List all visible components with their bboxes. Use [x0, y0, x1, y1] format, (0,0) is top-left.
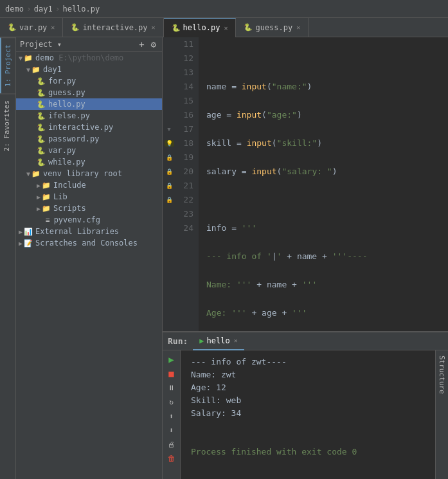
console-line-1: --- info of zwt----: [191, 356, 425, 368]
code-editor: ▼ 💡 🔒 🔒 🔒: [163, 37, 448, 331]
add-button[interactable]: +: [137, 39, 146, 50]
file-icon-pyvenv: ≡: [46, 216, 50, 224]
arrow-demo: ▼: [19, 55, 22, 62]
file-icon-ifelse: 🐍: [37, 112, 46, 120]
console-scroll-end-button[interactable]: ⬇: [166, 425, 177, 435]
tree-label-scratches: Scratches and Consoles: [35, 239, 138, 248]
console-pause-button[interactable]: ⏸: [166, 383, 177, 393]
tab-interactive-close[interactable]: ✕: [152, 24, 156, 31]
tab-guess[interactable]: 🐍 guess.py ✕: [236, 18, 309, 37]
tree-item-guess[interactable]: 🐍 guess.py: [16, 87, 162, 98]
tab-hello-label: hello.py: [183, 23, 220, 32]
console-line-blank2: [191, 433, 425, 446]
tree-item-scratches[interactable]: ▶ 📝 Scratches and Consoles: [16, 237, 162, 249]
lock-icon-20: 🔒: [166, 168, 173, 175]
code-lines[interactable]: name = input("name:") age = input("age:"…: [199, 37, 448, 331]
top-bar-demo[interactable]: demo: [5, 5, 24, 14]
tree-label-lib: Lib: [53, 192, 67, 201]
tab-guess-close[interactable]: ✕: [296, 24, 300, 31]
tree-label-ext-libs: External Libraries: [35, 227, 119, 236]
run-label: Run:: [168, 336, 188, 346]
top-bar-file[interactable]: hello.py: [62, 5, 100, 14]
lock-icon-22: 🔒: [166, 197, 173, 203]
code-view[interactable]: ▼ 💡 🔒 🔒 🔒: [163, 37, 448, 331]
console-process-line: Process finished with exit code 0: [191, 446, 425, 458]
folder-icon-venv: 📁: [31, 170, 40, 178]
tab-guess-label: guess.py: [255, 23, 292, 32]
console-line-3: Age: 12: [191, 381, 425, 394]
console-run-icon: ▶: [199, 336, 204, 345]
tree-item-venv[interactable]: ▼ 📁 venv library root: [16, 168, 162, 179]
tab-hello[interactable]: 🐍 hello.py ✕: [164, 18, 237, 37]
console-tab-close[interactable]: ✕: [234, 337, 238, 344]
file-icon-var: 🐍: [37, 147, 46, 155]
console-tab-bar: Run: ▶ hello ✕: [163, 332, 448, 350]
lock-icon-19: 🔒: [166, 154, 173, 161]
console-line-4: Skill: web: [191, 394, 425, 407]
file-icon-while: 🐍: [37, 158, 46, 167]
panel-tab-favorites[interactable]: 2: Favorites: [0, 93, 15, 158]
folder-icon-scripts: 📁: [42, 204, 51, 213]
console-line-2: Name: zwt: [191, 368, 425, 381]
console-main: ▶ ■ ⏸ ↻ ⬆ ⬇ 🖨 🗑 --- info of zwt---- Name…: [163, 350, 448, 479]
tree-item-demo[interactable]: ▼ 📁 demo E:\python\demo: [16, 52, 162, 64]
tree-item-password[interactable]: 🐍 password.py: [16, 133, 162, 145]
tab-interactive-label: interactive.py: [82, 23, 147, 32]
tab-hello-icon: 🐍: [172, 24, 181, 32]
tree-item-ext-libs[interactable]: ▶ 📊 External Libraries: [16, 226, 162, 237]
folder-icon-demo: 📁: [24, 54, 33, 62]
tab-hello-close[interactable]: ✕: [224, 24, 228, 32]
settings-button[interactable]: ⚙: [149, 39, 158, 50]
console-scroll-up-button[interactable]: ⬆: [166, 411, 177, 421]
tree-item-ifelse[interactable]: 🐍 ifelse.py: [16, 110, 162, 122]
folder-icon-ext-libs: 📊: [24, 228, 33, 236]
arrow-day1: ▼: [26, 66, 30, 73]
tree-item-var[interactable]: 🐍 var.py: [16, 145, 162, 156]
console-play-button[interactable]: ▶: [166, 354, 177, 365]
console-clear-button[interactable]: 🗑: [166, 453, 177, 464]
tree-label-var: var.py: [48, 146, 76, 155]
console-print-button[interactable]: 🖨: [166, 439, 177, 449]
folder-icon-include: 📁: [42, 181, 51, 190]
line-numbers: 11 12 13 14 15 16 17 18 19 20 21 22 23 2…: [175, 37, 199, 331]
top-bar-day1[interactable]: day1: [34, 5, 53, 14]
tree-item-hello[interactable]: 🐍 hello.py: [16, 98, 162, 110]
project-sidebar: Project ▾ + ⚙ ▼ 📁 demo E:\python\demo ▼ …: [16, 37, 163, 479]
tree-label-interactive: interactive.py: [48, 123, 113, 132]
sidebar-label: Project ▾: [20, 40, 134, 49]
console-tab-label: hello: [207, 336, 230, 345]
structure-panel-label[interactable]: Structure: [435, 350, 448, 479]
console-tab-hello[interactable]: ▶ hello ✕: [193, 332, 244, 350]
tree-item-include[interactable]: ▶ 📁 Include: [16, 179, 162, 191]
tree-label-while: while.py: [48, 158, 85, 167]
tab-interactive[interactable]: 🐍 interactive.py ✕: [63, 18, 163, 37]
folder-icon-scratches: 📝: [24, 239, 33, 248]
tab-var-close[interactable]: ✕: [51, 24, 55, 31]
arrow-lib: ▶: [37, 194, 40, 201]
tree-item-while[interactable]: 🐍 while.py: [16, 156, 162, 168]
panel-tab-project[interactable]: 1: Project: [0, 37, 15, 93]
tree-label-for: for.py: [48, 77, 76, 86]
folder-icon-lib: 📁: [42, 193, 51, 201]
tree-item-interactive[interactable]: 🐍 interactive.py: [16, 122, 162, 133]
arrow-scripts: ▶: [37, 205, 40, 212]
file-icon-hello: 🐍: [37, 100, 46, 109]
tree-label-include: Include: [53, 181, 86, 190]
lock-icon-21: 🔒: [166, 183, 173, 189]
tree-item-scripts[interactable]: ▶ 📁 Scripts: [16, 203, 162, 214]
editor-tab-bar: 🐍 var.py ✕ 🐍 interactive.py ✕ 🐍 hello.py…: [0, 18, 448, 37]
tree-label-demo: demo E:\python\demo: [35, 53, 123, 62]
left-panel-tabs: 1: Project 2: Favorites: [0, 37, 16, 479]
tree-item-for[interactable]: 🐍 for.py: [16, 75, 162, 87]
tab-var[interactable]: 🐍 var.py ✕: [0, 18, 63, 37]
console-rerun-button[interactable]: ↻: [166, 397, 177, 407]
tree-item-pyvenv[interactable]: ≡ pyvenv.cfg: [16, 214, 162, 226]
top-bar: demo › day1 › hello.py: [0, 0, 448, 18]
folder-icon-day1: 📁: [31, 66, 40, 74]
console-line-blank1: [191, 420, 425, 433]
console-stop-button[interactable]: ■: [166, 368, 177, 379]
tree-item-lib[interactable]: ▶ 📁 Lib: [16, 191, 162, 203]
tree-item-day1[interactable]: ▼ 📁 day1: [16, 64, 162, 75]
tree-label-password: password.py: [48, 134, 99, 143]
fold-icon-17[interactable]: ▼: [167, 126, 170, 132]
